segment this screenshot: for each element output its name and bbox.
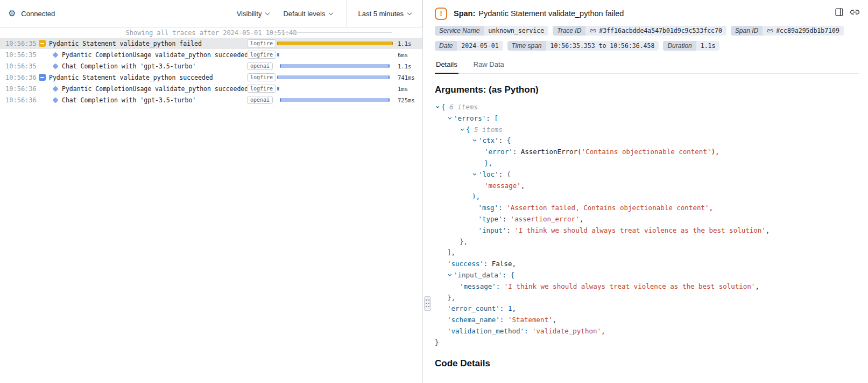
traces-header-bar: Showing all traces after 2024-05-01 10:5… bbox=[0, 27, 422, 38]
trace-row[interactable]: 10:56:35Chat Completion with 'gpt-3.5-tu… bbox=[0, 60, 422, 72]
trace-timestamp: 10:56:36 bbox=[5, 85, 37, 93]
badge-label: Date bbox=[435, 41, 457, 51]
arguments-heading: Arguments: (as Python) bbox=[435, 85, 859, 95]
default-levels-label: Default levels bbox=[283, 10, 325, 18]
code-line: 'schema_name': 'Statement', bbox=[435, 315, 859, 326]
badge-label: Service Name bbox=[435, 26, 484, 36]
trace-row[interactable]: 10:56:36Chat Completion with 'gpt-3.5-tu… bbox=[0, 94, 422, 106]
collapse-chevron-icon[interactable] bbox=[472, 169, 478, 180]
tab-details[interactable]: Details bbox=[435, 58, 458, 74]
code-line: 'msg': 'Assertion failed, Contains objec… bbox=[435, 203, 859, 214]
span-message: Pydantic CompletionUsage validate_python… bbox=[62, 51, 247, 59]
default-levels-dropdown[interactable]: Default levels bbox=[283, 10, 333, 18]
badge-value-text: #3ff16acbdde4a547b01d9c9c533fcc70 bbox=[599, 27, 722, 34]
badge-value-text: 10:56:35.353 to 10:56:36.458 bbox=[551, 42, 655, 50]
collapse-chevron-icon[interactable] bbox=[447, 270, 454, 281]
duration-bar-fill bbox=[280, 64, 390, 68]
scope-tag-cell: logfire bbox=[247, 85, 277, 93]
badges-row-2: Date2024-05-01Time span10:56:35.353 to 1… bbox=[435, 41, 859, 51]
code-line: 'error': AssertionError('Contains object… bbox=[435, 147, 859, 158]
collapse-chevron-icon[interactable] bbox=[472, 135, 478, 147]
duration-label: 1ms bbox=[398, 86, 422, 92]
trace-timestamp: 10:56:35 bbox=[5, 40, 37, 47]
settings-gear-icon[interactable]: ⚙ bbox=[8, 9, 16, 18]
badge-value: #cc89a295db1b7109 bbox=[763, 26, 844, 36]
collapse-toggle-icon[interactable] bbox=[39, 74, 46, 81]
badge-label: Duration bbox=[663, 41, 696, 51]
trace-timestamp: 10:56:36 bbox=[5, 96, 37, 104]
duration-bar-fill bbox=[280, 98, 390, 102]
span-detail-panel: ! Span: Pydantic Statement validate_pyth… bbox=[424, 0, 868, 383]
expand-panel-icon[interactable] bbox=[835, 8, 844, 17]
code-line: ], bbox=[435, 247, 859, 259]
scope-tag-cell: openai bbox=[247, 96, 277, 104]
span-header-actions bbox=[835, 8, 859, 17]
duration-bar bbox=[277, 83, 394, 94]
span-message: Pydantic CompletionUsage validate_python… bbox=[62, 85, 247, 93]
trace-list: 10:56:35Pydantic Statement validate_pyth… bbox=[0, 38, 422, 106]
duration-label: 1.1s bbox=[398, 63, 422, 69]
code-line: 'type': 'assertion_error', bbox=[435, 214, 859, 225]
chevron-down-icon bbox=[329, 10, 333, 15]
trace-row[interactable]: 10:56:35Pydantic Statement validate_pyth… bbox=[0, 38, 422, 49]
link-icon[interactable] bbox=[590, 27, 596, 34]
attribute-badge: Span ID#cc89a295db1b7109 bbox=[731, 26, 844, 36]
collapse-toggle-icon[interactable] bbox=[39, 40, 46, 47]
connection-status: Connected bbox=[21, 10, 55, 18]
trace-row[interactable]: 10:56:36Pydantic Statement validate_pyth… bbox=[0, 72, 422, 83]
scope-tag: openai bbox=[247, 62, 273, 70]
duration-label: 725ms bbox=[398, 97, 422, 103]
code-line: 'input': 'I think we should always treat… bbox=[435, 225, 859, 236]
collapse-chevron-icon[interactable] bbox=[460, 124, 466, 136]
visibility-label: Visibility bbox=[237, 10, 262, 18]
duration-bar-fill bbox=[277, 41, 393, 45]
warning-icon: ! bbox=[435, 8, 447, 20]
span-diamond-icon bbox=[52, 62, 59, 69]
badge-value-text: 2024-05-01 bbox=[461, 42, 498, 50]
badge-value: #3ff16acbdde4a547b01d9c9c533fcc70 bbox=[585, 26, 726, 36]
time-range-label: Last 5 minutes bbox=[358, 10, 404, 18]
span-label: Span: bbox=[454, 9, 475, 18]
code-line: 'validation_method': 'validate_python', bbox=[435, 326, 859, 337]
attribute-badge: Time span10:56:35.353 to 10:56:36.458 bbox=[507, 41, 659, 51]
badges-row-1: Service Nameunknown_serviceTrace ID#3ff1… bbox=[435, 26, 859, 36]
trace-row[interactable]: 10:56:36Pydantic CompletionUsage validat… bbox=[0, 83, 422, 94]
attribute-badge: Trace ID#3ff16acbdde4a547b01d9c9c533fcc7… bbox=[553, 26, 726, 36]
span-message: Chat Completion with 'gpt-3.5-turbo' bbox=[62, 62, 247, 70]
visibility-dropdown[interactable]: Visibility bbox=[237, 10, 270, 18]
code-line: }, bbox=[435, 293, 859, 304]
panel-resize-handle[interactable] bbox=[424, 296, 431, 311]
duration-bar-fill bbox=[277, 53, 279, 57]
attribute-badge: Duration1.1s bbox=[663, 41, 719, 51]
code-line: 'ctx': { bbox=[435, 135, 859, 147]
badge-label: Time span bbox=[507, 41, 546, 51]
collapse-chevron-icon[interactable] bbox=[435, 102, 441, 113]
copy-link-icon[interactable] bbox=[850, 8, 859, 17]
scope-tag: openai bbox=[247, 96, 273, 104]
span-message: Pydantic Statement validate_python succe… bbox=[49, 74, 247, 81]
scope-tag-cell: openai bbox=[247, 62, 277, 70]
badge-value-text: #cc89a295db1b7109 bbox=[776, 27, 839, 34]
trace-timestamp: 10:56:35 bbox=[5, 51, 37, 59]
scope-tag: logfire bbox=[247, 85, 276, 93]
scope-tag: logfire bbox=[247, 73, 276, 81]
duration-bar-fill bbox=[277, 87, 279, 90]
time-range-dropdown[interactable]: Last 5 minutes bbox=[347, 0, 422, 27]
tab-raw-data[interactable]: Raw Data bbox=[472, 58, 505, 73]
trace-timestamp: 10:56:35 bbox=[5, 62, 37, 70]
code-line: 'success': False, bbox=[435, 259, 859, 270]
trace-panel: ⚙ Connected Visibility Default levels La… bbox=[0, 0, 423, 383]
trace-row[interactable]: 10:56:35Pydantic CompletionUsage validat… bbox=[0, 49, 422, 60]
scope-tag: logfire bbox=[247, 51, 276, 59]
code-line: } bbox=[435, 337, 859, 349]
span-diamond-icon bbox=[52, 85, 59, 92]
span-message: Chat Completion with 'gpt-3.5-turbo' bbox=[62, 96, 247, 104]
duration-label: 741ms bbox=[398, 74, 422, 81]
code-line: }, bbox=[435, 236, 859, 248]
badge-value: 10:56:35.353 to 10:56:36.458 bbox=[546, 41, 659, 51]
collapse-chevron-icon[interactable] bbox=[447, 113, 454, 124]
code-line: { 6 items bbox=[435, 102, 859, 113]
link-icon[interactable] bbox=[767, 27, 773, 34]
span-diamond-icon bbox=[52, 51, 59, 58]
code-line: 'message': 'I think we should always tre… bbox=[435, 281, 859, 293]
